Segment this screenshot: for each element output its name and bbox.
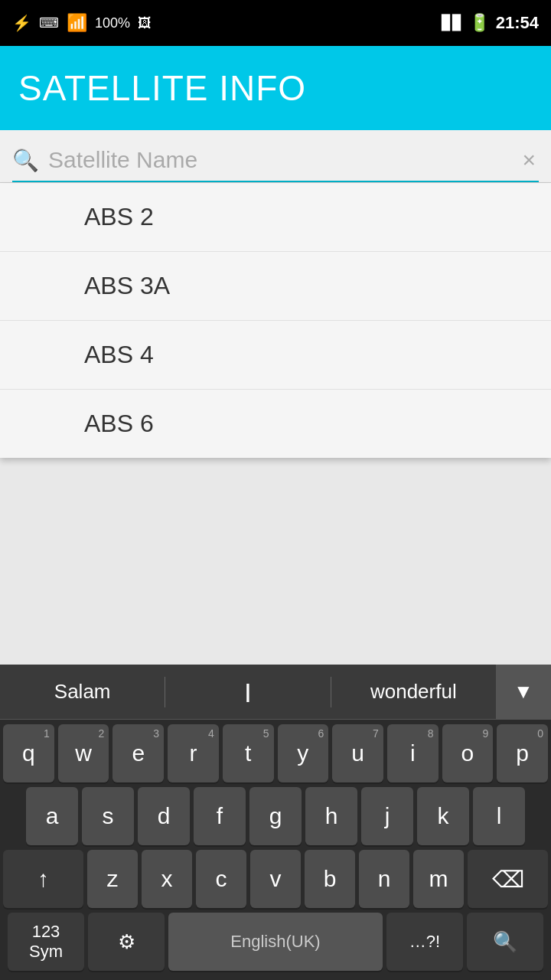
satellite-dropdown: ABS 2 ABS 3A ABS 4 ABS 6 [0,183,551,458]
key-y[interactable]: y6 [278,724,329,782]
key-row-2: a s d f g h j k l [3,787,548,845]
key-t[interactable]: t5 [223,724,274,782]
backspace-key[interactable]: ⌫ [468,850,548,908]
num-sym-key[interactable]: 123Sym [8,913,84,971]
key-z[interactable]: z [87,850,138,908]
punctuation-key[interactable]: …?! [386,913,463,971]
expand-suggestions-button[interactable]: ▼ [496,665,551,720]
key-m[interactable]: m [413,850,464,908]
status-bar: ⚡ ⌨ 📶 100% 🖼 ▊▊ 🔋 21:54 [0,0,551,46]
usb-icon: ⚡ [12,14,31,32]
list-item[interactable]: ABS 4 [0,321,551,390]
status-right: ▊▊ 🔋 21:54 [442,13,539,33]
list-item[interactable]: ABS 3A [0,252,551,321]
key-r[interactable]: r4 [168,724,219,782]
key-d[interactable]: d [138,787,190,845]
shift-key[interactable]: ↑ [3,850,83,908]
battery-percent: 100% [95,15,130,31]
key-q[interactable]: q1 [3,724,54,782]
list-item[interactable]: ABS 6 [0,390,551,458]
key-o[interactable]: o9 [442,724,494,782]
key-n[interactable]: n [359,850,409,908]
key-b[interactable]: b [305,850,355,908]
search-input[interactable] [48,147,519,173]
search-area: 🔍 × [0,130,551,183]
key-row-4: 123Sym ⚙ English(UK) …?! 🔍 [3,913,548,971]
key-s[interactable]: s [82,787,134,845]
status-left: ⚡ ⌨ 📶 100% 🖼 [12,13,152,33]
key-u[interactable]: u7 [332,724,383,782]
key-a[interactable]: a [26,787,78,845]
key-rows: q1 w2 e3 r4 t5 y6 u7 i8 o9 p0 a s d f g … [0,720,551,980]
key-f[interactable]: f [194,787,246,845]
key-c[interactable]: c [196,850,246,908]
key-l[interactable]: l [473,787,525,845]
key-x[interactable]: x [142,850,192,908]
wifi-icon: 📶 [67,13,87,33]
key-row-1: q1 w2 e3 r4 t5 y6 u7 i8 o9 p0 [3,724,548,782]
suggestions-bar: Salam | wonderful ▼ [0,665,551,720]
search-key[interactable]: 🔍 [467,913,543,971]
key-h[interactable]: h [305,787,357,845]
time-display: 21:54 [496,13,539,33]
clear-icon[interactable]: × [519,144,539,176]
keyboard-icon: ⌨ [39,15,59,31]
key-k[interactable]: k [417,787,469,845]
key-j[interactable]: j [361,787,413,845]
key-row-3: ↑ z x c v b n m ⌫ [3,850,548,908]
search-icon: 🔍 [12,148,39,173]
search-row: 🔍 × [12,144,539,182]
suggestion-cursor[interactable]: | [165,674,330,710]
page-title: SATELLITE INFO [18,67,306,109]
key-e[interactable]: e3 [112,724,164,782]
suggestion-wonderful[interactable]: wonderful [331,674,496,710]
key-p[interactable]: p0 [497,724,548,782]
app-bar: SATELLITE INFO [0,46,551,130]
suggestion-salam[interactable]: Salam [0,674,165,710]
key-g[interactable]: g [249,787,302,845]
key-i[interactable]: i8 [387,724,439,782]
image-icon: 🖼 [138,15,152,31]
signal-icon: ▊▊ [442,15,463,31]
keyboard: Salam | wonderful ▼ q1 w2 e3 r4 t5 y6 u7… [0,665,551,980]
battery-icon: 🔋 [469,13,490,33]
settings-key[interactable]: ⚙ [88,913,165,971]
key-w[interactable]: w2 [58,724,109,782]
space-key[interactable]: English(UK) [168,913,383,971]
key-v[interactable]: v [250,850,301,908]
list-item[interactable]: ABS 2 [0,183,551,252]
